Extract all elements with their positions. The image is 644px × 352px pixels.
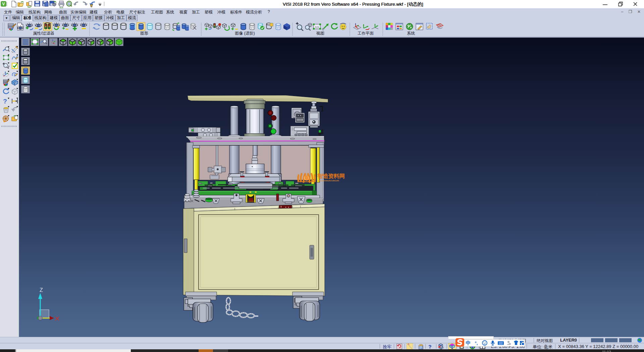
svg-text:1:1: 1:1 xyxy=(315,26,319,29)
svg-text:?: ? xyxy=(3,98,7,105)
svg-text:°,: °, xyxy=(475,341,478,346)
svg-text:INTELLIGENT MANUFACTURING DATA: INTELLIGENT MANUFACTURING DATA xyxy=(318,180,339,182)
svg-text:V: V xyxy=(2,2,5,6)
svg-text:智造资料网: 智造资料网 xyxy=(317,173,345,179)
svg-text:Z: Z xyxy=(40,287,43,293)
svg-text:中: 中 xyxy=(466,340,471,346)
